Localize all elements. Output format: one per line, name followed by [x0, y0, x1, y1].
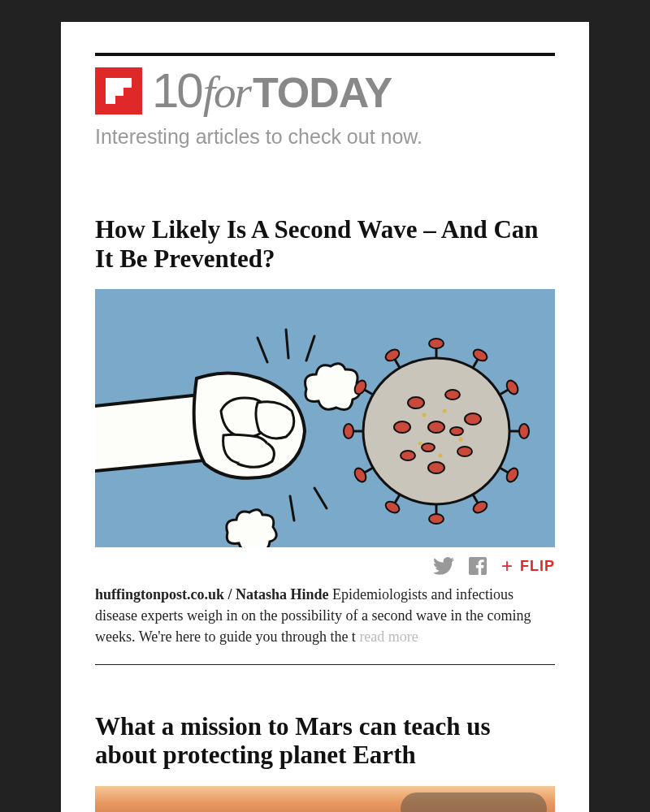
- svg-point-40: [450, 427, 463, 435]
- svg-point-33: [465, 413, 481, 425]
- newsletter-page: 10 for TODAY Interesting articles to che…: [61, 22, 589, 812]
- plus-icon: +: [501, 556, 514, 576]
- svg-point-38: [428, 421, 444, 433]
- read-more-link[interactable]: read more: [359, 628, 418, 645]
- svg-point-45: [439, 454, 443, 458]
- svg-point-35: [428, 462, 444, 473]
- share-actions: + FLIP: [95, 547, 555, 584]
- svg-point-41: [422, 413, 427, 417]
- facebook-icon[interactable]: [469, 557, 487, 575]
- flip-button[interactable]: + FLIP: [501, 556, 555, 576]
- svg-point-14: [519, 424, 529, 438]
- svg-point-36: [401, 451, 415, 460]
- article: How Likely Is A Second Wave – And Can It…: [95, 215, 555, 665]
- flip-label: FLIP: [520, 558, 555, 575]
- article-divider: [95, 664, 555, 665]
- svg-point-37: [394, 421, 410, 433]
- article-source: huffingtonpost.co.uk / Natasha Hinde: [95, 586, 329, 603]
- svg-point-8: [429, 339, 444, 348]
- svg-point-26: [344, 424, 353, 438]
- article-title[interactable]: How Likely Is A Second Wave – And Can It…: [95, 215, 555, 273]
- svg-point-20: [429, 514, 444, 524]
- tagline: Interesting articles to check out now.: [95, 125, 555, 149]
- article-title[interactable]: What a mission to Mars can teach us abou…: [95, 712, 555, 770]
- article-body: huffingtonpost.co.uk / Natasha Hinde Epi…: [95, 584, 555, 647]
- brand-today: TODAY: [253, 68, 392, 117]
- svg-point-34: [457, 447, 472, 456]
- header: 10 for TODAY: [95, 63, 555, 119]
- brand-for: for: [203, 67, 250, 118]
- article: What a mission to Mars can teach us abou…: [95, 712, 555, 812]
- article-image[interactable]: [95, 289, 555, 547]
- brand-num: 10: [152, 63, 202, 119]
- svg-point-43: [459, 438, 463, 442]
- svg-point-39: [422, 443, 435, 451]
- svg-point-32: [445, 390, 460, 400]
- article-image[interactable]: [95, 786, 555, 812]
- brand-title: 10 for TODAY: [152, 63, 392, 119]
- svg-point-31: [408, 397, 424, 408]
- flipboard-logo-icon: [95, 67, 142, 114]
- svg-point-42: [443, 409, 447, 413]
- svg-point-44: [418, 442, 422, 446]
- top-rule: [95, 53, 555, 56]
- twitter-icon[interactable]: [433, 557, 454, 575]
